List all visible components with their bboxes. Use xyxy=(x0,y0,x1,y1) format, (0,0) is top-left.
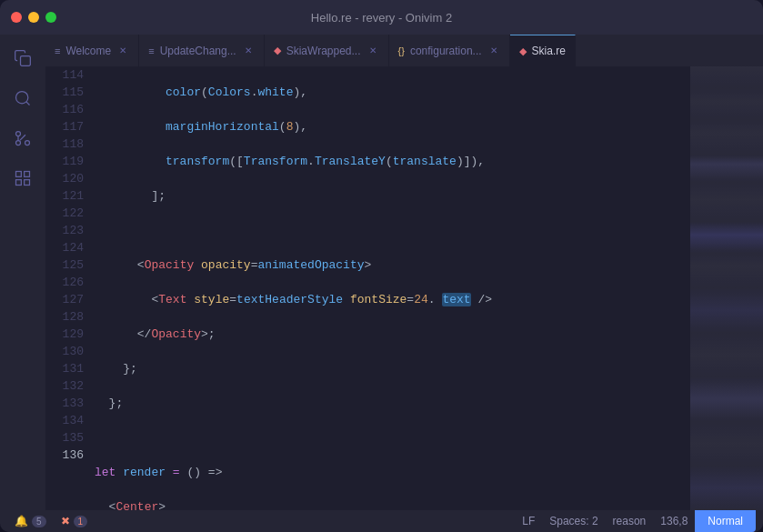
status-spaces[interactable]: Spaces: 2 xyxy=(542,510,605,532)
tab-skiawrapped-label: SkiaWrapped... xyxy=(286,45,361,57)
tab-configuration-close[interactable]: ✕ xyxy=(487,45,500,57)
language-label: reason xyxy=(613,515,647,527)
svg-rect-0 xyxy=(21,56,31,66)
status-mode: Normal xyxy=(695,510,756,532)
tab-skia-label: Skia.re xyxy=(532,45,566,57)
editor-area: ≡ Welcome ✕ ≡ UpdateChang... ✕ ◆ SkiaWra… xyxy=(45,35,763,510)
code-area: 114 115 116 117 118 119 120 121 122 123 … xyxy=(45,66,763,510)
tab-welcome-label: Welcome xyxy=(65,45,111,57)
tab-welcome-icon: ≡ xyxy=(55,45,60,56)
tab-skia-icon: ◆ xyxy=(519,45,527,57)
tab-welcome[interactable]: ≡ Welcome ✕ xyxy=(45,35,139,66)
tab-updatechang-label: UpdateChang... xyxy=(160,45,236,57)
svg-point-2 xyxy=(25,141,30,146)
line-ending-label: LF xyxy=(522,515,535,527)
code-content[interactable]: color(Colors.white), marginHorizontal(8)… xyxy=(91,66,690,510)
status-bar: 🔔 5 ✖ 1 LF Spaces: 2 reason 136,8 Normal xyxy=(0,510,763,532)
tab-welcome-close[interactable]: ✕ xyxy=(116,45,129,57)
window-title: Hello.re - revery - Onivim 2 xyxy=(311,11,452,25)
tab-configuration-icon: {} xyxy=(398,45,405,56)
tab-updatechang[interactable]: ≡ UpdateChang... ✕ xyxy=(139,35,264,66)
svg-point-1 xyxy=(16,92,28,104)
tab-configuration-label: configuration... xyxy=(410,45,482,57)
svg-rect-8 xyxy=(25,180,30,186)
cursor-pos-label: 136,8 xyxy=(660,515,688,527)
activity-icon-extensions[interactable] xyxy=(6,162,39,195)
mode-label: Normal xyxy=(708,515,743,527)
svg-rect-6 xyxy=(25,172,30,177)
svg-point-4 xyxy=(16,141,21,146)
traffic-lights xyxy=(11,12,56,23)
activity-icon-git[interactable] xyxy=(6,122,39,155)
tab-skia[interactable]: ◆ Skia.re xyxy=(510,35,576,66)
status-error[interactable]: ✖ 1 xyxy=(54,510,95,532)
minimize-button[interactable] xyxy=(28,12,39,23)
tab-skiawrapped[interactable]: ◆ SkiaWrapped... ✕ xyxy=(265,35,389,66)
error-count: 1 xyxy=(74,516,88,527)
tab-configuration[interactable]: {} configuration... ✕ xyxy=(389,35,510,66)
spaces-label: Spaces: 2 xyxy=(549,515,597,527)
close-button[interactable] xyxy=(11,12,22,23)
status-language[interactable]: reason xyxy=(606,510,654,532)
maximize-button[interactable] xyxy=(45,12,56,23)
main-layout: ≡ Welcome ✕ ≡ UpdateChang... ✕ ◆ SkiaWra… xyxy=(0,35,763,510)
minimap-viewport[interactable] xyxy=(690,66,763,510)
svg-rect-5 xyxy=(16,172,22,177)
title-bar: Hello.re - revery - Onivim 2 xyxy=(0,0,763,35)
activity-icon-copy[interactable] xyxy=(6,42,39,75)
activity-icon-search[interactable] xyxy=(6,82,39,115)
tab-skiawrapped-close[interactable]: ✕ xyxy=(366,45,379,57)
status-line-ending[interactable]: LF xyxy=(515,510,542,532)
bell-count: 5 xyxy=(32,516,46,527)
window: Hello.re - revery - Onivim 2 xyxy=(0,0,763,532)
bell-icon: 🔔 xyxy=(15,515,28,527)
activity-bar xyxy=(0,35,45,510)
line-numbers: 114 115 116 117 118 119 120 121 122 123 … xyxy=(45,66,91,510)
tab-updatechang-close[interactable]: ✕ xyxy=(242,45,255,57)
status-bell[interactable]: 🔔 5 xyxy=(7,510,54,532)
tab-skiawrapped-icon: ◆ xyxy=(274,45,281,56)
status-cursor-pos[interactable]: 136,8 xyxy=(653,510,695,532)
tab-updatechang-icon: ≡ xyxy=(148,45,154,56)
error-icon: ✖ xyxy=(61,515,70,527)
svg-rect-7 xyxy=(16,180,22,186)
svg-point-3 xyxy=(16,132,21,136)
minimap xyxy=(690,66,763,510)
tabs-bar: ≡ Welcome ✕ ≡ UpdateChang... ✕ ◆ SkiaWra… xyxy=(45,35,763,66)
